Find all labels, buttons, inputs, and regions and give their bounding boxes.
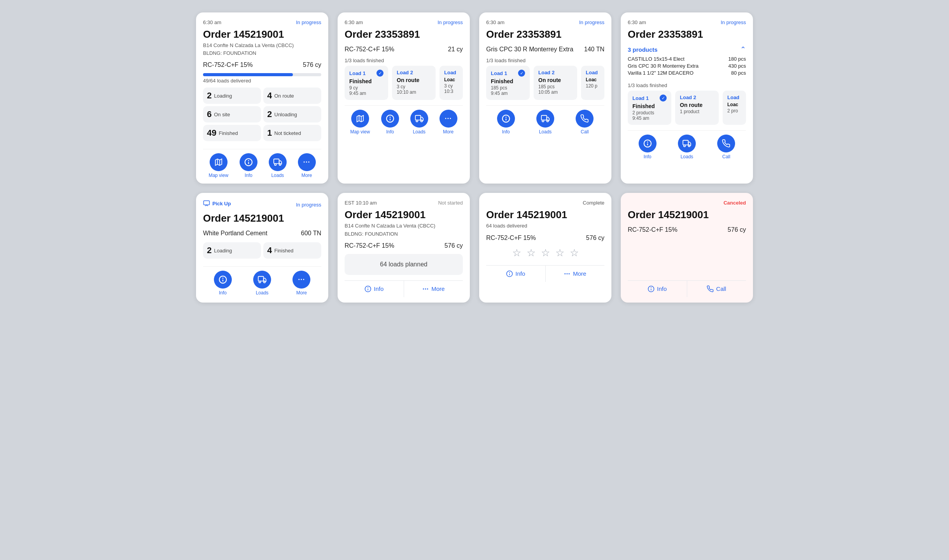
card-title: Order 145219001	[203, 212, 321, 224]
card-header: 6:30 am In progress	[486, 19, 604, 25]
stat-onsite: 6 On site	[203, 106, 261, 122]
info-label: Info	[515, 270, 525, 277]
product-row: RC-752-C+F 15% 576 cy	[203, 61, 321, 68]
card-header: 6:30 am In progress	[628, 19, 746, 25]
star-2[interactable]: ☆	[527, 247, 536, 259]
info-icon-circle	[381, 110, 399, 128]
load-card-1: Load 1 ✓ Finished 2 products 9:45 am	[628, 91, 671, 125]
call-button[interactable]: Call	[687, 281, 746, 297]
load-card-detail1: 1 product	[680, 109, 714, 114]
svg-point-41	[427, 289, 428, 289]
svg-point-36	[264, 281, 266, 283]
stats-grid: 2 Loading 4 On route 6 On site 2 Unloadi…	[203, 88, 321, 141]
load-card-title: Load 2	[538, 70, 555, 75]
info-icon	[219, 275, 227, 284]
load-card-detail1: 3 cy	[397, 84, 431, 89]
load-card-2: Load 2 On route 185 pcs 10:05 am	[534, 66, 577, 100]
call-label: Call	[722, 154, 730, 159]
loads-button[interactable]: Loads	[678, 135, 696, 159]
info-button[interactable]: Info	[214, 271, 232, 296]
loads-planned-box: 64 loads planned	[345, 254, 463, 275]
chevron-up-icon: ⌃	[740, 45, 746, 54]
load-card-detail1: 2 products	[632, 110, 667, 116]
svg-point-40	[425, 289, 426, 289]
action-row: Info Loads ··· More	[203, 266, 321, 296]
card-title: Order 23353891	[628, 28, 746, 40]
loads-label: Loads	[681, 154, 693, 159]
info-more-row: Info Call	[628, 280, 746, 297]
card-status: Not started	[438, 200, 463, 206]
load-card-status: Loac	[444, 77, 458, 82]
product-qty: 576 cy	[586, 234, 604, 242]
card-title: Order 145219001	[345, 209, 463, 221]
call-button[interactable]: Call	[717, 135, 735, 159]
more-button[interactable]: More	[546, 266, 605, 282]
more-button[interactable]: ··· More	[298, 153, 316, 178]
info-button[interactable]: Info	[628, 281, 687, 297]
loads-button[interactable]: Loads	[269, 153, 287, 178]
load-card-partial: Load Loac 120 p	[581, 66, 604, 100]
card-status: In progress	[721, 19, 746, 25]
load-card-2: Load 2 On route 3 cy 10:10 am	[392, 66, 436, 100]
svg-point-28	[684, 145, 686, 147]
loads-icon	[415, 114, 424, 123]
load-card-header: Load	[586, 70, 600, 75]
load-card-status: Loac	[727, 102, 741, 107]
info-button[interactable]: Info	[345, 281, 404, 297]
stat-finished: 4 Finished	[263, 242, 321, 259]
map-view-button[interactable]: Map view	[208, 153, 228, 178]
info-button[interactable]: Info	[497, 110, 515, 135]
info-button[interactable]: Info	[486, 266, 546, 282]
loads-button[interactable]: Loads	[253, 271, 271, 296]
load-card-title: Load	[444, 70, 456, 75]
svg-point-7	[275, 164, 277, 166]
load-card-status: On route	[397, 77, 431, 83]
star-1[interactable]: ☆	[512, 247, 521, 259]
load-card-detail2: 10:10 am	[397, 89, 431, 95]
card-header: EST 10:10 am Not started	[345, 200, 463, 206]
loads-label: 1/3 loads finished	[486, 58, 604, 63]
card-status: In progress	[438, 19, 463, 25]
product-name-3: Varilla 1 1/2" 12M DEACERO	[628, 70, 693, 76]
card-header: Pick Up In progress	[203, 200, 321, 209]
star-5[interactable]: ☆	[570, 247, 579, 259]
star-3[interactable]: ☆	[541, 247, 550, 259]
more-label: More	[573, 270, 586, 277]
product-qty: 576 cy	[303, 61, 321, 68]
stat-notticketed: 1 Not ticketed	[263, 125, 321, 141]
call-button[interactable]: Call	[576, 110, 594, 135]
products-title: 3 products	[628, 46, 658, 53]
star-4[interactable]: ☆	[555, 247, 564, 259]
products-section: 3 products ⌃ CASTILLO 15x15-4 Elect 180 …	[628, 45, 746, 77]
progress-label: 49/64 loads delivered	[203, 78, 321, 84]
svg-point-29	[688, 145, 690, 147]
info-button[interactable]: Info	[639, 135, 657, 159]
info-label: Info	[657, 285, 667, 292]
map-view-button[interactable]: Map view	[350, 110, 370, 135]
loads-icon	[273, 158, 282, 166]
more-button[interactable]: More	[404, 281, 463, 297]
loads-button[interactable]: Loads	[536, 110, 554, 135]
more-button[interactable]: ··· More	[292, 271, 310, 296]
product-name: RC-752-C+F 15%	[345, 242, 394, 249]
card-canceled: Canceled Order 145219001 RC-752-C+F 15% …	[621, 193, 753, 302]
stat-unloading-number: 2	[267, 109, 272, 119]
card-time: 6:30 am	[345, 19, 363, 25]
card-status: In progress	[296, 202, 321, 208]
load-card-detail2: 9:45 am	[349, 91, 383, 96]
stat-notticketed-number: 1	[267, 128, 272, 138]
load-card-partial: Load Loac 2 pro	[723, 91, 746, 125]
product-name: White Portland Cement	[203, 230, 267, 237]
loads-button[interactable]: Loads	[410, 110, 428, 135]
main-grid: 6:30 am In progress Order 145219001 B14 …	[196, 12, 753, 303]
info-label: Info	[386, 129, 394, 135]
info-icon	[244, 158, 253, 166]
info-button[interactable]: Info	[381, 110, 399, 135]
map-view-icon	[351, 110, 369, 128]
card-subtitle2: BLDNG: FOUNDATION	[345, 231, 463, 238]
svg-point-22	[542, 120, 544, 122]
info-button[interactable]: Info	[240, 153, 257, 178]
card-status: In progress	[579, 19, 604, 25]
more-button[interactable]: ··· More	[439, 110, 457, 135]
more-label: More	[431, 285, 445, 292]
